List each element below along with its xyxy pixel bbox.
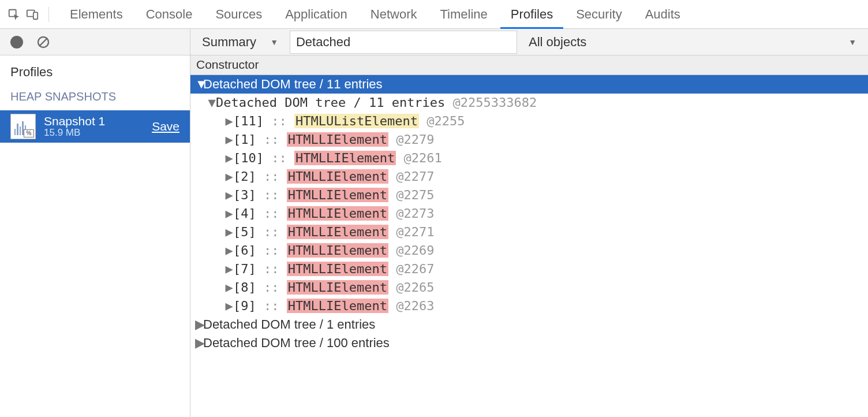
disclosure-triangle-closed-icon[interactable]: ▶ <box>225 260 233 278</box>
object-id: @2255 <box>426 114 465 128</box>
object-type: HTMLLIElement <box>294 151 396 165</box>
scope-dropdown[interactable]: All objects <box>525 32 590 53</box>
object-id: @2269 <box>396 243 434 258</box>
inspect-element-icon[interactable] <box>6 6 22 23</box>
heap-object-row[interactable]: ▶[11] :: HTMLUListElement @2255 <box>190 112 868 131</box>
tab-audits[interactable]: Audits <box>635 0 691 29</box>
constructor-group-collapsed[interactable]: ▶Detached DOM tree / 100 entries <box>190 334 868 352</box>
tab-network[interactable]: Network <box>360 0 428 29</box>
heap-object-row[interactable]: ▶[3] :: HTMLLIElement @2275 <box>190 186 868 204</box>
object-index: [1] <box>233 132 264 147</box>
snapshot-icon: % <box>10 114 36 139</box>
object-id: @2271 <box>396 225 434 239</box>
heap-object-row[interactable]: ▶[4] :: HTMLLIElement @2273 <box>190 204 868 223</box>
constructor-group-selected[interactable]: ▼Detached DOM tree / 11 entries <box>190 75 868 94</box>
device-toolbar-icon[interactable] <box>24 6 40 23</box>
disclosure-triangle-closed-icon[interactable]: ▶ <box>225 278 233 297</box>
tab-elements[interactable]: Elements <box>59 0 133 29</box>
group-label: Detached DOM tree / 100 entries <box>203 336 390 350</box>
disclosure-triangle-closed-icon[interactable]: ▶ <box>225 186 233 204</box>
object-index: [9] <box>233 299 264 313</box>
profiles-toolbar: Summary ▼ All objects ▼ <box>0 29 868 55</box>
object-type: HTMLLIElement <box>287 243 388 258</box>
object-type: HTMLUListElement <box>294 114 419 128</box>
disclosure-triangle-closed-icon[interactable]: ▶ <box>195 334 203 352</box>
heap-object-row[interactable]: ▶[7] :: HTMLLIElement @2267 <box>190 260 868 278</box>
separator: :: <box>264 206 279 221</box>
view-dropdown-label: Summary <box>202 35 256 50</box>
disclosure-triangle-closed-icon[interactable]: ▶ <box>225 241 233 260</box>
disclosure-triangle-closed-icon[interactable]: ▶ <box>225 131 233 149</box>
heap-object-row[interactable]: ▶[2] :: HTMLLIElement @2277 <box>190 167 868 186</box>
tab-timeline[interactable]: Timeline <box>429 0 497 29</box>
disclosure-triangle-closed-icon[interactable]: ▶ <box>225 223 233 241</box>
object-index: [11] <box>233 114 264 128</box>
heap-object-row[interactable]: ▶[8] :: HTMLLIElement @2265 <box>190 278 868 297</box>
object-index: [2] <box>233 169 264 184</box>
constructor-group-collapsed[interactable]: ▶Detached DOM tree / 1 entries <box>190 315 868 334</box>
separator: :: <box>264 225 279 239</box>
object-id: @2277 <box>396 169 434 184</box>
scope-dropdown-arrow-container[interactable]: ▼ <box>695 32 860 53</box>
object-type: HTMLLIElement <box>287 188 388 202</box>
tab-sources[interactable]: Sources <box>205 0 272 29</box>
devtools-tabbar: ElementsConsoleSourcesApplicationNetwork… <box>0 0 868 29</box>
separator: :: <box>264 299 279 313</box>
object-type: HTMLLIElement <box>287 206 388 221</box>
snapshot-save-link[interactable]: Save <box>152 120 179 133</box>
tab-console[interactable]: Console <box>136 0 203 29</box>
class-filter-input[interactable] <box>290 31 517 54</box>
tab-security[interactable]: Security <box>566 0 632 29</box>
object-index: [4] <box>233 206 264 221</box>
object-id: @2261 <box>403 151 442 165</box>
object-type: HTMLLIElement <box>287 280 388 295</box>
object-type: HTMLLIElement <box>287 299 388 313</box>
group-label: Detached DOM tree / 1 entries <box>203 317 375 332</box>
record-button[interactable] <box>10 36 23 49</box>
column-header-constructor[interactable]: Constructor <box>190 55 868 75</box>
object-index: [6] <box>233 243 264 258</box>
group-label: Detached DOM tree / 11 entries <box>203 77 383 91</box>
disclosure-triangle-open-icon[interactable]: ▼ <box>195 75 203 94</box>
object-index: [5] <box>233 225 264 239</box>
sidebar-title: Profiles <box>0 55 190 90</box>
object-id: @2265 <box>396 280 434 295</box>
view-dropdown[interactable]: Summary ▼ <box>199 32 282 53</box>
heap-object-row[interactable]: ▶[6] :: HTMLLIElement @2269 <box>190 241 868 260</box>
separator: :: <box>264 132 279 147</box>
heap-object-row[interactable]: ▶[9] :: HTMLLIElement @2263 <box>190 297 868 315</box>
disclosure-triangle-closed-icon[interactable]: ▶ <box>225 112 233 131</box>
object-id: @2255333682 <box>453 95 537 110</box>
separator: :: <box>264 169 279 184</box>
object-id: @2263 <box>396 299 434 313</box>
disclosure-triangle-closed-icon[interactable]: ▶ <box>225 167 233 186</box>
separator: :: <box>271 151 287 165</box>
svg-rect-2 <box>33 12 38 19</box>
object-type: HTMLLIElement <box>287 225 388 239</box>
object-index: [7] <box>233 262 264 276</box>
disclosure-triangle-closed-icon[interactable]: ▶ <box>225 149 233 167</box>
snapshot-name: Snapshot 1 <box>44 115 105 128</box>
object-type: HTMLLIElement <box>287 169 388 184</box>
heap-object-row[interactable]: ▶[10] :: HTMLLIElement @2261 <box>190 149 868 167</box>
disclosure-triangle-closed-icon[interactable]: ▶ <box>195 315 203 334</box>
chevron-down-icon: ▼ <box>270 38 278 47</box>
disclosure-triangle-closed-icon[interactable]: ▶ <box>225 204 233 223</box>
disclosure-triangle-open-icon[interactable]: ▼ <box>208 94 216 112</box>
chevron-down-icon: ▼ <box>848 38 856 47</box>
tab-profiles[interactable]: Profiles <box>500 0 563 29</box>
separator <box>48 7 49 22</box>
heap-object-row[interactable]: ▶[1] :: HTMLLIElement @2279 <box>190 131 868 149</box>
heap-object-row[interactable]: ▶[5] :: HTMLLIElement @2271 <box>190 223 868 241</box>
constructor-group-expanded[interactable]: ▼Detached DOM tree / 11 entries @2255333… <box>190 94 868 112</box>
object-type: HTMLLIElement <box>287 132 388 147</box>
tab-application[interactable]: Application <box>275 0 358 29</box>
clear-icon[interactable] <box>36 35 51 50</box>
separator: :: <box>264 280 279 295</box>
object-id: @2279 <box>396 132 434 147</box>
snapshot-item[interactable]: % Snapshot 1 15.9 MB Save <box>0 110 190 143</box>
snapshot-size: 15.9 MB <box>44 128 105 138</box>
disclosure-triangle-closed-icon[interactable]: ▶ <box>225 297 233 315</box>
separator: :: <box>264 188 279 202</box>
separator: :: <box>264 243 279 258</box>
